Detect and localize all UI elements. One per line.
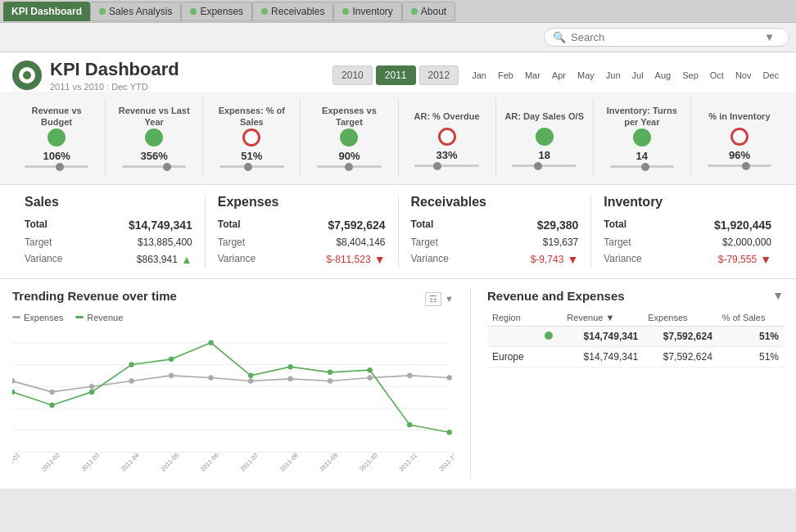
summary-target-label: Target — [411, 237, 438, 248]
kpi-tile-title: Expenses: % of Sales — [211, 105, 292, 128]
svg-point-14 — [328, 378, 332, 384]
col-expenses: Expenses — [643, 309, 717, 327]
summary-target-row: Target $2,000,000 — [604, 234, 771, 250]
col-revenue[interactable]: Revenue ▼ — [562, 309, 643, 327]
month-oct[interactable]: Oct — [705, 67, 729, 83]
svg-point-23 — [208, 340, 213, 345]
nav-tab-inventory[interactable]: Inventory — [333, 2, 401, 21]
summary-variance-val: $-79,555 ▼ — [718, 253, 771, 266]
header-section: KPI Dashboard 2011 vs 2010 : Dec YTD 201… — [0, 52, 796, 92]
summary-section: Sales Total $14,749,341 Target $13,885,4… — [0, 185, 796, 279]
chart-options-icon[interactable]: ☶ — [425, 292, 441, 306]
kpi-tile-value: 14 — [602, 150, 682, 162]
summary-target-row: Target $19,637 — [411, 234, 579, 250]
nav-tab-expenses[interactable]: Expenses — [181, 2, 252, 21]
kpi-indicator-green — [47, 128, 66, 147]
month-mar[interactable]: Mar — [520, 67, 545, 83]
month-jun[interactable]: Jun — [601, 67, 626, 83]
kpi-tile-title: Expenses vs Target — [309, 105, 389, 128]
summary-total-row: Total $14,749,341 — [25, 216, 192, 234]
kpi-tile-title: AR: % Overdue — [407, 105, 487, 128]
month-dec[interactable]: Dec — [758, 67, 784, 83]
chart-legend: Expenses Revenue — [12, 313, 454, 322]
kpi-tile-title: Revenue vs Last Year — [114, 105, 194, 128]
month-sep[interactable]: Sep — [677, 67, 703, 83]
kpi-tile-value: 18 — [504, 149, 585, 161]
kpi-tile-7[interactable]: % in Inventory 96% — [691, 98, 788, 178]
nav-dot-expenses — [190, 8, 197, 15]
nav-tab-inventory-label: Inventory — [352, 6, 392, 17]
legend-expenses-line — [12, 316, 20, 318]
svg-text:2011-04: 2011-04 — [120, 451, 140, 472]
kpi-tile-4[interactable]: AR: % Overdue 33% — [399, 98, 496, 178]
summary-block-2: Receivables Total $29,380 Target $19,637… — [399, 195, 592, 268]
kpi-tile-1[interactable]: Revenue vs Last Year 356% — [106, 98, 203, 178]
svg-text:2011-02: 2011-02 — [40, 451, 61, 472]
kpi-slider — [122, 165, 187, 168]
nav-tab-sales-label: Sales Analysis — [109, 6, 172, 17]
svg-point-12 — [248, 378, 253, 384]
kpi-tile-2[interactable]: Expenses: % of Sales 51% — [203, 98, 301, 178]
svg-text:2011-10: 2011-10 — [358, 451, 378, 472]
svg-point-26 — [328, 369, 332, 375]
variance-arrow-down: ▼ — [374, 253, 386, 266]
svg-point-11 — [208, 375, 213, 381]
search-icon: 🔍 — [553, 31, 566, 43]
month-nav: Jan Feb Mar Apr May Jun Jul Aug Sep Oct … — [467, 67, 784, 83]
legend-expenses-label: Expenses — [24, 313, 63, 322]
month-aug[interactable]: Aug — [650, 67, 676, 83]
kpi-slider-handle — [244, 163, 252, 171]
kpi-slider-handle — [163, 163, 171, 171]
kpi-slider-handle — [742, 162, 750, 170]
year-2010-button[interactable]: 2010 — [332, 65, 373, 85]
svg-point-18 — [12, 389, 15, 394]
kpi-tile-5[interactable]: AR: Day Sales O/S 18 — [496, 98, 594, 178]
chart-area: 2011-012011-022011-032011-042011-052011-… — [12, 327, 454, 479]
summary-variance-row: Variance $-9,743 ▼ — [411, 250, 579, 268]
summary-target-label: Target — [604, 237, 631, 248]
app-logo — [12, 61, 42, 90]
month-feb[interactable]: Feb — [493, 67, 518, 83]
nav-tab-kpi-label: KPI Dashboard — [11, 6, 82, 17]
search-bar: 🔍 ▼ — [0, 23, 796, 52]
nav-tab-kpi-dashboard[interactable]: KPI Dashboard — [3, 2, 90, 21]
revenue-collapse-icon[interactable]: ▼ — [772, 289, 784, 302]
kpi-tile-value: 51% — [211, 150, 292, 162]
svg-text:2011-09: 2011-09 — [319, 451, 339, 472]
kpi-tile-6[interactable]: Inventory: Turns per Year 14 — [594, 98, 691, 178]
revenue-section-title: Revenue and Expenses ▼ — [487, 289, 784, 303]
summary-variance-val: $-811,523 ▼ — [327, 253, 386, 266]
month-apr[interactable]: Apr — [547, 67, 571, 83]
summary-total-val: $29,380 — [537, 219, 579, 232]
month-nov[interactable]: Nov — [730, 67, 757, 83]
summary-variance-row: Variance $863,941 ▲ — [25, 250, 192, 268]
kpi-tile-0[interactable]: Revenue vs Budget 106% — [8, 98, 106, 178]
nav-tab-sales-analysis[interactable]: Sales Analysis — [90, 2, 181, 21]
kpi-slider-handle — [534, 162, 542, 170]
kpi-slider-handle — [641, 163, 649, 171]
row-expenses: $7,592,624 — [643, 346, 717, 367]
svg-point-9 — [129, 378, 133, 384]
month-may[interactable]: May — [572, 67, 599, 83]
nav-tab-receivables[interactable]: Receivables — [252, 2, 333, 21]
chart-dropdown-icon[interactable]: ▼ — [445, 294, 454, 304]
svg-text:2011-07: 2011-07 — [239, 451, 260, 472]
kpi-slider — [219, 165, 284, 168]
nav-tab-about[interactable]: About — [402, 2, 455, 21]
year-2011-button[interactable]: 2011 — [376, 65, 416, 85]
month-jan[interactable]: Jan — [467, 67, 491, 83]
year-2012-button[interactable]: 2012 — [419, 65, 459, 85]
summary-variance-label: Variance — [218, 253, 256, 266]
kpi-tile-title: AR: Day Sales O/S — [504, 105, 585, 128]
search-input[interactable] — [571, 31, 759, 43]
search-container: 🔍 ▼ — [544, 28, 789, 47]
kpi-tile-value: 96% — [699, 149, 780, 161]
search-dropdown-button[interactable]: ▼ — [764, 31, 775, 43]
summary-total-val: $14,749,341 — [129, 219, 192, 232]
chart-title: Trending Revenue over time — [12, 289, 177, 303]
kpi-indicator-red — [438, 128, 456, 146]
kpi-tile-3[interactable]: Expenses vs Target 90% — [301, 98, 398, 178]
month-jul[interactable]: Jul — [627, 67, 649, 83]
svg-point-27 — [368, 367, 373, 373]
svg-point-19 — [49, 402, 54, 408]
